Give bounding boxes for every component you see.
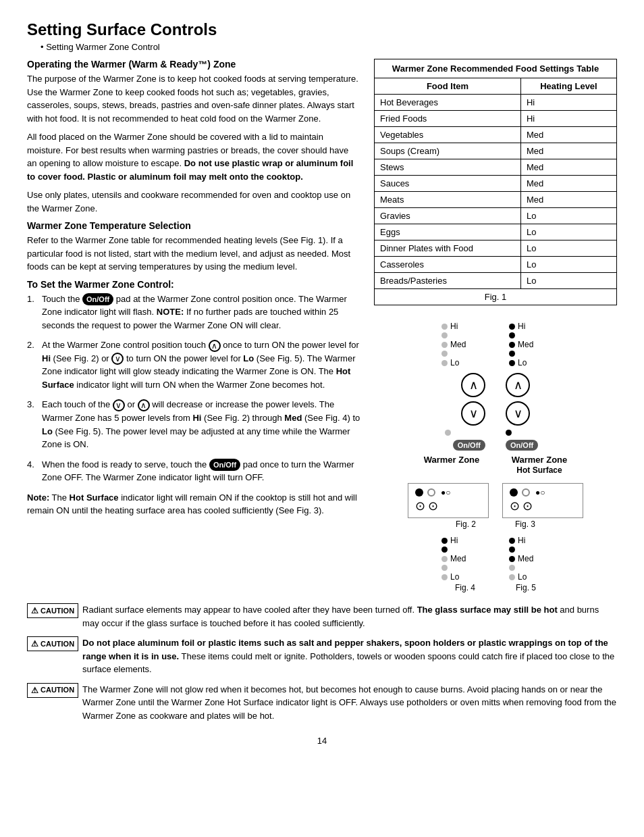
step-2: 2. At the Warmer Zone control position t… [27, 338, 360, 391]
heating-level-9: Lo [520, 240, 616, 257]
up-icon-2: ∧ [138, 399, 150, 411]
table-row: MeatsMed [375, 192, 617, 208]
cautions-section: ⚠CAUTION Radiant surface elements may ap… [27, 603, 617, 722]
table-row: Dinner Plates with FoodLo [375, 240, 617, 257]
caution-triangle-3: ⚠ [31, 684, 38, 696]
hi-level-left: Hi [441, 322, 482, 331]
heating-level-3: Med [520, 143, 616, 159]
med-level-right: Med [509, 340, 549, 349]
caution-badge-2: ⚠CAUTION [27, 636, 78, 651]
food-item-1: Fried Foods [375, 111, 521, 127]
section1-heading: Operating the Warmer (Warm & Ready™) Zon… [27, 59, 360, 70]
food-item-9: Dinner Plates with Food [375, 240, 521, 257]
table-row: Hot BeveragesHi [375, 95, 617, 111]
caution-1: ⚠CAUTION Radiant surface elements may ap… [27, 603, 617, 630]
caution-text-3: The Warmer Zone will not glow red when i… [82, 683, 617, 723]
mid1-dot-left [441, 332, 448, 338]
ind-col-left-2 [445, 430, 485, 436]
up-arrow-icon: ∧ [209, 340, 221, 352]
fig-right-indicators: Hi Med Lo [509, 322, 549, 367]
ind-col-right-2 [506, 430, 546, 436]
page-title: Setting Surface Controls [27, 20, 617, 39]
onoff-btn-right[interactable]: On/Off [506, 440, 538, 451]
hi-dot-filled-right [509, 324, 515, 330]
up-arrow-right: ∧ [506, 373, 530, 397]
fig5-label: Fig. 5 [516, 583, 536, 592]
heating-level-1: Hi [520, 111, 616, 127]
heating-level-4: Med [520, 159, 616, 176]
right-table-col: Warmer Zone Recommended Food Settings Ta… [374, 59, 617, 592]
mid1-right [509, 332, 549, 338]
caution-text-1: Radiant surface elements may appear to h… [82, 603, 617, 630]
fig5-indicators: Hi Med Lo [509, 536, 549, 582]
fig3-panel: ●○ ⊙ ⊙ [502, 483, 583, 518]
mid1-left [441, 332, 482, 338]
down-arrow-right: ∨ [506, 401, 530, 426]
table-row: Fried FoodsHi [375, 111, 617, 127]
fig2-panel: ●○ ⊙ ⊙ [408, 483, 489, 518]
lo-dot-filled-right [509, 360, 515, 366]
section2-para1: Refer to the Warmer Zone table for recom… [27, 234, 360, 274]
zone-label-left: Warmer Zone [421, 455, 482, 475]
note-text: Note: The Hot Surface indicator light wi… [27, 491, 360, 517]
hi-level-right: Hi [509, 322, 549, 331]
heating-level-2: Med [520, 127, 616, 143]
heating-level-5: Med [520, 176, 616, 192]
fig4-indicators: Hi Med Lo [441, 536, 482, 582]
steps-list: 1. Touch the On/Off pad at the Warmer Zo… [27, 293, 360, 484]
heating-level-7: Lo [520, 208, 616, 224]
zone-labels: Warmer Zone Warmer Zone Hot Surface [421, 455, 570, 475]
caution-text-2: Do not place aluminum foil or plastic it… [82, 636, 617, 676]
table-row: CasserolesLo [375, 257, 617, 273]
table-title: Warmer Zone Recommended Food Settings Ta… [375, 59, 617, 78]
caution-badge-1: ⚠CAUTION [27, 603, 78, 618]
food-item-6: Meats [375, 192, 521, 208]
section1-para2: All food placed on the Warmer Zone shoul… [27, 130, 360, 183]
table-row: Breads/PasteriesLo [375, 273, 617, 289]
food-item-5: Sauces [375, 176, 521, 192]
down-arrow-icon: ∨ [111, 353, 124, 365]
left-content: Operating the Warmer (Warm & Ready™) Zon… [27, 59, 360, 592]
down-arrow-left: ∨ [461, 401, 485, 426]
table-row: Soups (Cream)Med [375, 143, 617, 159]
hi-dot-dim-left [441, 324, 448, 330]
mid1-dot-right [509, 332, 515, 338]
table-row: StewsMed [375, 159, 617, 176]
page-number: 14 [27, 736, 617, 746]
heating-level-0: Hi [520, 95, 616, 111]
col-header-food: Food Item [375, 78, 521, 95]
mid2-dot-right [509, 351, 515, 357]
fig3-label: Fig. 3 [515, 519, 535, 529]
section1-para1: The purpose of the Warmer Zone is to kee… [27, 72, 360, 125]
heating-level-8: Lo [520, 224, 616, 240]
caution-3: ⚠CAUTION The Warmer Zone will not glow r… [27, 683, 617, 723]
fig2-label: Fig. 2 [456, 519, 476, 529]
figures-area: Hi Med Lo [374, 312, 617, 592]
lo-level-right: Lo [509, 358, 549, 367]
section2-heading: Warmer Zone Temperature Selection [27, 220, 360, 231]
heating-level-10: Lo [520, 257, 616, 273]
section1-bold1: Do not use plastic wrap or aluminum foil… [27, 158, 353, 182]
caution-triangle-1: ⚠ [31, 605, 38, 617]
food-item-10: Casseroles [375, 257, 521, 273]
zone-label-right: Warmer Zone Hot Surface [509, 455, 570, 475]
onoff-btn-left[interactable]: On/Off [453, 440, 485, 451]
lo-dot-dim-left [441, 360, 448, 366]
caution-triangle-2: ⚠ [31, 638, 38, 650]
mid2-dot-left [441, 351, 448, 357]
food-item-3: Soups (Cream) [375, 143, 521, 159]
med-dot-dim-left [441, 342, 448, 348]
mid2-left [441, 351, 482, 357]
table-row: VegetablesMed [375, 127, 617, 143]
onoff-badge-1: On/Off [82, 293, 113, 306]
mid2-right [509, 351, 549, 357]
onoff-badge-2: On/Off [209, 459, 240, 472]
step-3: 3. Each touch of the ∨ or ∧ will decreas… [27, 398, 360, 451]
table-row: EggsLo [375, 224, 617, 240]
section3-heading: To Set the Warmer Zone Control: [27, 279, 360, 290]
med-dot-filled-right [509, 342, 515, 348]
table-row: GraviesLo [375, 208, 617, 224]
food-item-8: Eggs [375, 224, 521, 240]
fig4-label: Fig. 4 [455, 583, 475, 592]
food-item-7: Gravies [375, 208, 521, 224]
